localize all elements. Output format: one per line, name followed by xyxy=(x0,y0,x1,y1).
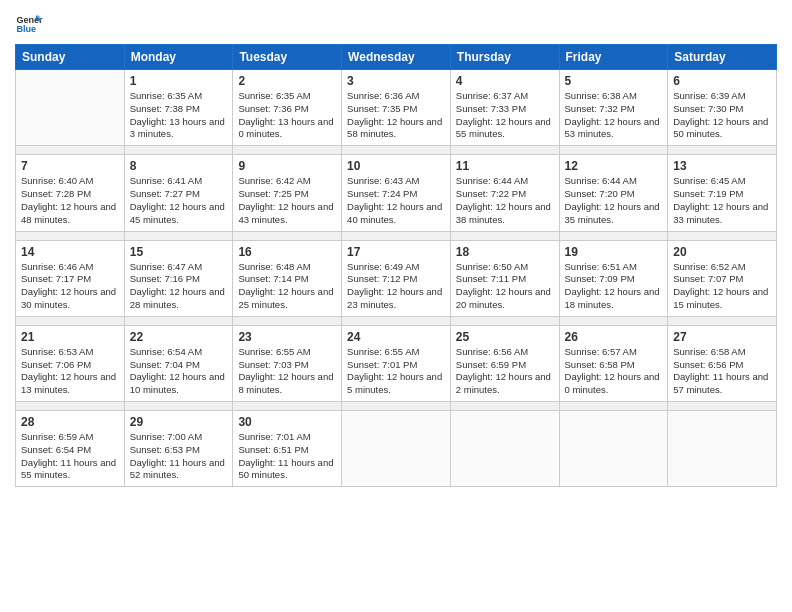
calendar-day-cell: 22Sunrise: 6:54 AMSunset: 7:04 PMDayligh… xyxy=(124,325,233,401)
day-number: 6 xyxy=(673,74,771,88)
day-info: Sunrise: 6:38 AMSunset: 7:32 PMDaylight:… xyxy=(565,90,663,141)
calendar-day-cell xyxy=(342,411,451,487)
day-number: 10 xyxy=(347,159,445,173)
calendar-day-cell: 10Sunrise: 6:43 AMSunset: 7:24 PMDayligh… xyxy=(342,155,451,231)
calendar-day-cell: 14Sunrise: 6:46 AMSunset: 7:17 PMDayligh… xyxy=(16,240,125,316)
day-info: Sunrise: 6:54 AMSunset: 7:04 PMDaylight:… xyxy=(130,346,228,397)
calendar-day-cell: 12Sunrise: 6:44 AMSunset: 7:20 PMDayligh… xyxy=(559,155,668,231)
day-info: Sunrise: 6:49 AMSunset: 7:12 PMDaylight:… xyxy=(347,261,445,312)
calendar-day-cell: 4Sunrise: 6:37 AMSunset: 7:33 PMDaylight… xyxy=(450,70,559,146)
day-number: 8 xyxy=(130,159,228,173)
calendar-day-cell: 6Sunrise: 6:39 AMSunset: 7:30 PMDaylight… xyxy=(668,70,777,146)
weekday-header: Friday xyxy=(559,45,668,70)
day-number: 11 xyxy=(456,159,554,173)
day-info: Sunrise: 6:35 AMSunset: 7:38 PMDaylight:… xyxy=(130,90,228,141)
weekday-header: Thursday xyxy=(450,45,559,70)
day-number: 2 xyxy=(238,74,336,88)
calendar-week-row: 21Sunrise: 6:53 AMSunset: 7:06 PMDayligh… xyxy=(16,325,777,401)
day-info: Sunrise: 6:41 AMSunset: 7:27 PMDaylight:… xyxy=(130,175,228,226)
day-number: 9 xyxy=(238,159,336,173)
calendar-day-cell: 11Sunrise: 6:44 AMSunset: 7:22 PMDayligh… xyxy=(450,155,559,231)
page-header: General Blue xyxy=(15,10,777,38)
calendar-day-cell: 28Sunrise: 6:59 AMSunset: 6:54 PMDayligh… xyxy=(16,411,125,487)
day-number: 20 xyxy=(673,245,771,259)
day-number: 7 xyxy=(21,159,119,173)
day-info: Sunrise: 6:42 AMSunset: 7:25 PMDaylight:… xyxy=(238,175,336,226)
calendar-week-row: 14Sunrise: 6:46 AMSunset: 7:17 PMDayligh… xyxy=(16,240,777,316)
day-info: Sunrise: 6:57 AMSunset: 6:58 PMDaylight:… xyxy=(565,346,663,397)
day-number: 27 xyxy=(673,330,771,344)
calendar-week-row: 7Sunrise: 6:40 AMSunset: 7:28 PMDaylight… xyxy=(16,155,777,231)
logo-icon: General Blue xyxy=(15,10,43,38)
calendar-header-row: SundayMondayTuesdayWednesdayThursdayFrid… xyxy=(16,45,777,70)
calendar-day-cell: 23Sunrise: 6:55 AMSunset: 7:03 PMDayligh… xyxy=(233,325,342,401)
day-info: Sunrise: 6:59 AMSunset: 6:54 PMDaylight:… xyxy=(21,431,119,482)
week-separator xyxy=(16,146,777,155)
logo: General Blue xyxy=(15,10,43,38)
calendar-day-cell: 16Sunrise: 6:48 AMSunset: 7:14 PMDayligh… xyxy=(233,240,342,316)
calendar-day-cell xyxy=(668,411,777,487)
weekday-header: Wednesday xyxy=(342,45,451,70)
calendar-day-cell: 8Sunrise: 6:41 AMSunset: 7:27 PMDaylight… xyxy=(124,155,233,231)
calendar-day-cell: 18Sunrise: 6:50 AMSunset: 7:11 PMDayligh… xyxy=(450,240,559,316)
day-number: 25 xyxy=(456,330,554,344)
day-number: 16 xyxy=(238,245,336,259)
day-number: 29 xyxy=(130,415,228,429)
day-info: Sunrise: 6:55 AMSunset: 7:03 PMDaylight:… xyxy=(238,346,336,397)
day-info: Sunrise: 6:45 AMSunset: 7:19 PMDaylight:… xyxy=(673,175,771,226)
calendar-day-cell: 17Sunrise: 6:49 AMSunset: 7:12 PMDayligh… xyxy=(342,240,451,316)
calendar-day-cell: 15Sunrise: 6:47 AMSunset: 7:16 PMDayligh… xyxy=(124,240,233,316)
day-info: Sunrise: 6:44 AMSunset: 7:22 PMDaylight:… xyxy=(456,175,554,226)
day-info: Sunrise: 6:56 AMSunset: 6:59 PMDaylight:… xyxy=(456,346,554,397)
day-number: 1 xyxy=(130,74,228,88)
day-info: Sunrise: 6:35 AMSunset: 7:36 PMDaylight:… xyxy=(238,90,336,141)
day-info: Sunrise: 6:55 AMSunset: 7:01 PMDaylight:… xyxy=(347,346,445,397)
weekday-header: Saturday xyxy=(668,45,777,70)
day-info: Sunrise: 6:47 AMSunset: 7:16 PMDaylight:… xyxy=(130,261,228,312)
calendar-day-cell: 30Sunrise: 7:01 AMSunset: 6:51 PMDayligh… xyxy=(233,411,342,487)
week-separator xyxy=(16,316,777,325)
calendar-day-cell xyxy=(16,70,125,146)
calendar-week-row: 1Sunrise: 6:35 AMSunset: 7:38 PMDaylight… xyxy=(16,70,777,146)
weekday-header: Tuesday xyxy=(233,45,342,70)
day-info: Sunrise: 6:58 AMSunset: 6:56 PMDaylight:… xyxy=(673,346,771,397)
weekday-header: Monday xyxy=(124,45,233,70)
day-info: Sunrise: 6:52 AMSunset: 7:07 PMDaylight:… xyxy=(673,261,771,312)
calendar-day-cell: 19Sunrise: 6:51 AMSunset: 7:09 PMDayligh… xyxy=(559,240,668,316)
day-number: 12 xyxy=(565,159,663,173)
day-number: 23 xyxy=(238,330,336,344)
day-info: Sunrise: 6:53 AMSunset: 7:06 PMDaylight:… xyxy=(21,346,119,397)
calendar-day-cell: 25Sunrise: 6:56 AMSunset: 6:59 PMDayligh… xyxy=(450,325,559,401)
calendar-day-cell: 24Sunrise: 6:55 AMSunset: 7:01 PMDayligh… xyxy=(342,325,451,401)
day-number: 13 xyxy=(673,159,771,173)
day-info: Sunrise: 6:40 AMSunset: 7:28 PMDaylight:… xyxy=(21,175,119,226)
day-number: 18 xyxy=(456,245,554,259)
calendar-day-cell: 9Sunrise: 6:42 AMSunset: 7:25 PMDaylight… xyxy=(233,155,342,231)
week-separator xyxy=(16,402,777,411)
calendar-day-cell: 21Sunrise: 6:53 AMSunset: 7:06 PMDayligh… xyxy=(16,325,125,401)
day-number: 30 xyxy=(238,415,336,429)
calendar-day-cell xyxy=(450,411,559,487)
day-number: 3 xyxy=(347,74,445,88)
calendar-day-cell: 7Sunrise: 6:40 AMSunset: 7:28 PMDaylight… xyxy=(16,155,125,231)
calendar-day-cell: 5Sunrise: 6:38 AMSunset: 7:32 PMDaylight… xyxy=(559,70,668,146)
week-separator xyxy=(16,231,777,240)
calendar-day-cell: 27Sunrise: 6:58 AMSunset: 6:56 PMDayligh… xyxy=(668,325,777,401)
calendar-day-cell: 26Sunrise: 6:57 AMSunset: 6:58 PMDayligh… xyxy=(559,325,668,401)
svg-text:Blue: Blue xyxy=(16,24,36,34)
day-info: Sunrise: 6:36 AMSunset: 7:35 PMDaylight:… xyxy=(347,90,445,141)
calendar-table: SundayMondayTuesdayWednesdayThursdayFrid… xyxy=(15,44,777,487)
day-info: Sunrise: 6:39 AMSunset: 7:30 PMDaylight:… xyxy=(673,90,771,141)
day-number: 22 xyxy=(130,330,228,344)
day-info: Sunrise: 6:46 AMSunset: 7:17 PMDaylight:… xyxy=(21,261,119,312)
weekday-header: Sunday xyxy=(16,45,125,70)
day-number: 26 xyxy=(565,330,663,344)
day-info: Sunrise: 7:00 AMSunset: 6:53 PMDaylight:… xyxy=(130,431,228,482)
calendar-day-cell: 2Sunrise: 6:35 AMSunset: 7:36 PMDaylight… xyxy=(233,70,342,146)
day-info: Sunrise: 6:51 AMSunset: 7:09 PMDaylight:… xyxy=(565,261,663,312)
calendar-day-cell: 29Sunrise: 7:00 AMSunset: 6:53 PMDayligh… xyxy=(124,411,233,487)
calendar-day-cell: 20Sunrise: 6:52 AMSunset: 7:07 PMDayligh… xyxy=(668,240,777,316)
day-info: Sunrise: 6:44 AMSunset: 7:20 PMDaylight:… xyxy=(565,175,663,226)
day-info: Sunrise: 6:37 AMSunset: 7:33 PMDaylight:… xyxy=(456,90,554,141)
day-number: 14 xyxy=(21,245,119,259)
